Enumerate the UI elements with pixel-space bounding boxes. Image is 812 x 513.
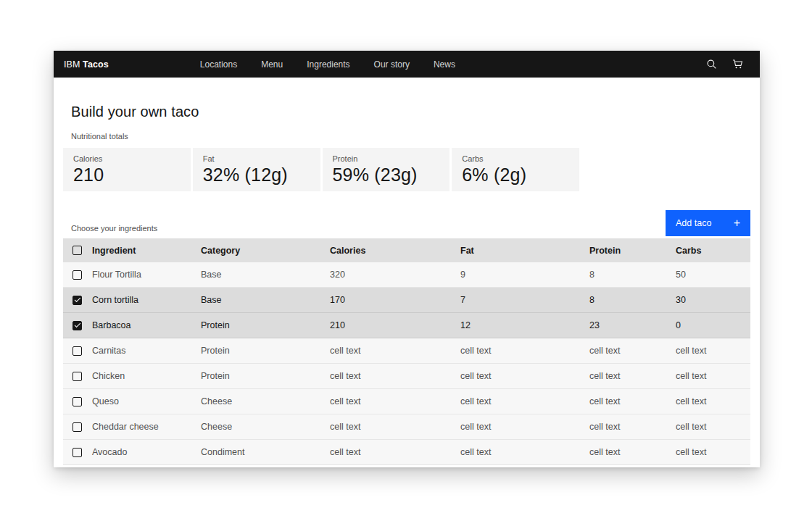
table-cell: cell text [676, 422, 750, 432]
table-cell: 50 [676, 270, 750, 280]
card-label: Fat [203, 154, 310, 163]
column-header-ingredient: Ingredient [92, 246, 201, 256]
table-header-row: IngredientCategoryCaloriesFatProteinCarb… [63, 238, 750, 262]
ingredient-cell: Queso [92, 396, 201, 406]
ingredient-cell: Corn tortilla [92, 295, 201, 305]
plus-icon: + [734, 217, 740, 229]
search-icon [706, 59, 717, 70]
ingredients-label: Choose your ingredients [71, 224, 157, 233]
table-cell: cell text [330, 346, 460, 356]
brand-name: Tacos [83, 59, 109, 70]
row-checkbox[interactable] [72, 397, 82, 406]
row-checkbox-cell [63, 346, 92, 356]
card-label: Protein [333, 154, 440, 163]
table-cell: cell text [589, 371, 676, 381]
table-cell: cell text [330, 447, 460, 457]
table-row-barbacoa[interactable]: BarbacoaProtein21012230 [63, 313, 750, 338]
totals-label: Nutritional totals [71, 132, 750, 141]
row-checkbox[interactable] [72, 270, 82, 280]
row-checkbox[interactable] [72, 346, 82, 356]
table-cell: Base [201, 270, 330, 280]
column-header-category: Category [201, 246, 330, 256]
table-cell: 30 [676, 295, 750, 305]
row-checkbox[interactable] [72, 321, 82, 330]
card-label: Calories [73, 154, 181, 163]
row-checkbox-cell [63, 296, 92, 305]
ingredient-cell: Cheddar cheese [92, 422, 201, 432]
table-cell: 320 [330, 270, 460, 280]
table-cell: 23 [589, 320, 676, 330]
table-cell: Protein [201, 320, 330, 330]
card-value: 210 [73, 164, 181, 185]
table-cell: cell text [460, 447, 589, 457]
row-checkbox[interactable] [72, 422, 82, 432]
table-cell: cell text [589, 396, 676, 406]
select-all-cell [63, 246, 92, 255]
add-taco-button[interactable]: Add taco + [666, 210, 750, 236]
row-checkbox[interactable] [72, 372, 82, 381]
table-row-corn-tortilla[interactable]: Corn tortillaBase1707830 [63, 288, 750, 313]
ingredient-cell: Avocado [92, 447, 201, 457]
table-cell: cell text [460, 396, 589, 406]
table-cell: cell text [330, 371, 460, 381]
table-cell: 9 [460, 270, 589, 280]
table-cell: cell text [330, 396, 460, 406]
row-checkbox[interactable] [72, 296, 82, 305]
nutrition-cards: Calories210Fat32% (12g)Protein59% (23g)C… [63, 148, 579, 191]
table-cell: cell text [676, 371, 750, 381]
nav-item-ingredients[interactable]: Ingredients [307, 59, 349, 70]
brand-link[interactable]: IBM Tacos [64, 59, 109, 70]
nav-item-locations[interactable]: Locations [200, 59, 237, 70]
table-cell: 12 [460, 320, 589, 330]
table-cell: cell text [330, 422, 460, 432]
table-cell: 8 [589, 270, 676, 280]
ingredient-cell: Carnitas [92, 346, 201, 356]
table-cell: cell text [676, 447, 750, 457]
add-taco-label: Add taco [676, 218, 711, 228]
nav-item-menu[interactable]: Menu [261, 59, 283, 70]
nav-item-our-story[interactable]: Our story [374, 59, 410, 70]
table-cell: cell text [460, 346, 589, 356]
brand-prefix: IBM [64, 59, 80, 70]
search-button[interactable] [702, 55, 721, 74]
select-all-checkbox[interactable] [72, 246, 82, 255]
table-body: Flour TortillaBase3209850Corn tortillaBa… [63, 262, 750, 465]
row-checkbox-cell [63, 270, 92, 280]
table-row-cheddar-cheese[interactable]: Cheddar cheeseCheesecell textcell textce… [63, 414, 750, 440]
table-row-queso[interactable]: QuesoCheesecell textcell textcell textce… [63, 389, 750, 414]
table-cell: cell text [589, 447, 676, 457]
nutrition-card-calories: Calories210 [63, 148, 191, 191]
table-cell: cell text [460, 371, 589, 381]
table-row-carnitas[interactable]: CarnitasProteincell textcell textcell te… [63, 338, 750, 364]
cart-button[interactable] [728, 55, 747, 74]
table-row-chicken[interactable]: ChickenProteincell textcell textcell tex… [63, 364, 750, 389]
nav-item-news[interactable]: News [434, 59, 455, 70]
table-cell: 210 [330, 320, 460, 330]
nutrition-card-carbs: Carbs6% (2g) [452, 148, 579, 191]
app-window: IBM Tacos LocationsMenuIngredientsOur st… [54, 51, 760, 467]
table-cell: 7 [460, 295, 589, 305]
table-row-flour-tortilla[interactable]: Flour TortillaBase3209850 [63, 262, 750, 288]
column-header-calories: Calories [330, 246, 460, 256]
table-cell: cell text [676, 346, 750, 356]
card-label: Carbs [462, 154, 569, 163]
row-checkbox-cell [63, 372, 92, 381]
row-checkbox-cell [63, 397, 92, 406]
row-checkbox-cell [63, 422, 92, 432]
table-row-avocado[interactable]: AvocadoCondimentcell textcell textcell t… [63, 440, 750, 465]
ingredients-table: IngredientCategoryCaloriesFatProteinCarb… [63, 238, 750, 465]
table-cell: cell text [589, 346, 676, 356]
row-checkbox-cell [63, 448, 92, 457]
table-cell: Condiment [201, 447, 330, 457]
top-navigation: IBM Tacos LocationsMenuIngredientsOur st… [54, 51, 760, 78]
nav-actions [702, 55, 747, 74]
row-checkbox[interactable] [72, 448, 82, 457]
table-cell: Protein [201, 371, 330, 381]
table-cell: 170 [330, 295, 460, 305]
table-cell: cell text [676, 396, 750, 406]
table-cell: cell text [460, 422, 589, 432]
nutrition-card-fat: Fat32% (12g) [193, 148, 320, 191]
table-cell: Base [201, 295, 330, 305]
main-content: Build your own taco Nutritional totals C… [54, 104, 760, 465]
column-header-fat: Fat [460, 246, 589, 256]
